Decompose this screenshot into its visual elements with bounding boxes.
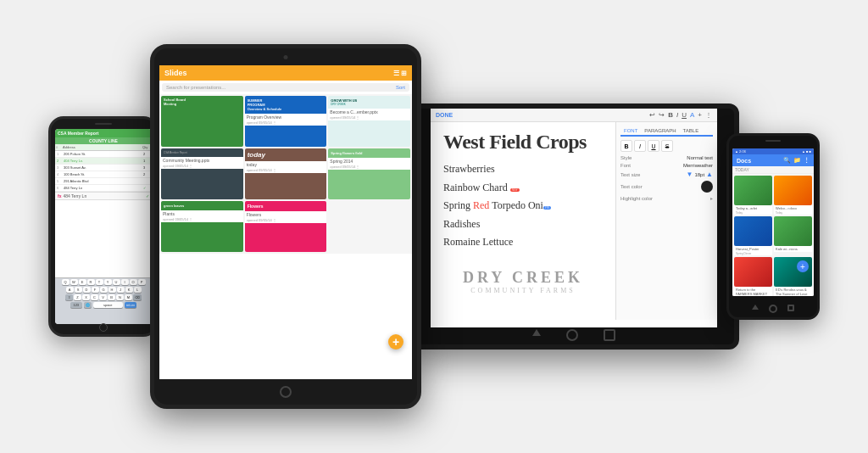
highlight-color-label: Highlight color bbox=[620, 196, 653, 201]
spreadsheet-row-1[interactable]: 1 206 Polson St. 2 bbox=[55, 151, 152, 158]
slide-thumb-1[interactable]: School BoardMeeting School Board Present… bbox=[161, 96, 243, 147]
iphone-speaker bbox=[95, 123, 112, 125]
font-value[interactable]: Merriweather bbox=[683, 163, 713, 168]
tablet-screen: Slides ☰ ⊞ Search for presentations... S… bbox=[159, 65, 412, 379]
large-tablet-screen: DONE ↩ ↪ B I U A + ⋮ West Field Crops bbox=[431, 109, 717, 327]
text-color-label: Text color bbox=[620, 184, 643, 189]
docs-item-4: Radishes bbox=[443, 215, 603, 234]
docs-done-button[interactable]: DONE bbox=[436, 112, 453, 118]
undo-icon[interactable]: ↩ bbox=[649, 111, 655, 119]
docs-branding: DRY CREEK COMMUNITY FARMS bbox=[443, 269, 603, 294]
redo-icon[interactable]: ↪ bbox=[659, 111, 665, 119]
slide-thumb-4[interactable]: CSA Member Report Community Meeting.pptx… bbox=[161, 148, 243, 199]
size-value: 18pt bbox=[694, 172, 704, 177]
docs-item-5: Romaine Lettuce bbox=[443, 233, 603, 252]
pin-badge: PIN bbox=[543, 206, 551, 210]
slide-thumb-3[interactable]: GROW WITH US DRY CREEK Become a C...embe… bbox=[328, 96, 410, 147]
docs-body: West Field Crops Strawberries Rainbow Ch… bbox=[431, 122, 717, 320]
slides-app-name: Slides bbox=[164, 69, 187, 77]
phone-right-screen: ▲ 2:06 ▲ ■ ■ Docs 🔍 📁 ⋮ TODAY Tod bbox=[732, 148, 814, 296]
spreadsheet-row-4[interactable]: 4 100 Beach St. 2 bbox=[55, 171, 152, 178]
scene: CSA Member Report COUNTY LINE # Address … bbox=[0, 0, 868, 453]
spreadsheet-row-6[interactable]: 6 484 Terry Ln ✓ bbox=[55, 185, 152, 192]
recents-nav-button[interactable] bbox=[604, 329, 615, 341]
docs-phone-header: Docs 🔍 📁 ⋮ bbox=[732, 154, 814, 166]
docs-phone-app-name: Docs bbox=[737, 158, 751, 164]
underline-icon[interactable]: U bbox=[682, 111, 687, 119]
text-color-row: Text color bbox=[620, 181, 713, 193]
underline-button[interactable]: U bbox=[648, 140, 659, 152]
docs-phone-search-icon[interactable]: 🔍 bbox=[783, 157, 791, 164]
iphone-app-title: CSA Member Report bbox=[58, 131, 98, 136]
status-bar-left: ▲ 2:06 bbox=[735, 149, 746, 154]
phone-right-nav bbox=[752, 305, 794, 313]
slide-thumb-empty bbox=[328, 201, 410, 252]
bold-button[interactable]: B bbox=[620, 140, 632, 152]
large-tablet-nav bbox=[532, 329, 615, 341]
panel-tabs: FONT PARAGRAPH TABLE bbox=[620, 126, 713, 137]
docs-phone-item-1[interactable]: Today a...arlet Today bbox=[734, 176, 772, 215]
phone-home-button[interactable] bbox=[769, 305, 777, 313]
spreadsheet-row-2[interactable]: 2 404 Terry Ln. 1 bbox=[55, 158, 152, 165]
phone-right-speaker bbox=[765, 140, 781, 142]
slides-grid: School BoardMeeting School Board Present… bbox=[159, 94, 412, 254]
slides-fab[interactable]: + bbox=[388, 334, 403, 350]
docs-item-1: Strawberries bbox=[443, 160, 603, 179]
iphone-screen: CSA Member Report COUNTY LINE # Address … bbox=[55, 129, 152, 324]
slide-thumb-8[interactable]: Flowers Flowers opened 09/05/14 ⋮ bbox=[245, 201, 327, 252]
add-icon[interactable]: + bbox=[698, 111, 702, 119]
docs-phone-fab[interactable]: + bbox=[797, 260, 809, 272]
strikethrough-button[interactable]: S bbox=[661, 140, 673, 152]
docs-phone-more-icon[interactable]: ⋮ bbox=[804, 157, 810, 164]
size-decrease-button[interactable]: ▼ bbox=[686, 171, 693, 178]
slides-header: Slides ☰ ⊞ bbox=[159, 65, 412, 81]
tab-font[interactable]: FONT bbox=[620, 126, 641, 137]
slide-thumb-6[interactable]: Spring flowers field Spring 2014 opened … bbox=[328, 148, 410, 199]
docs-list: Strawberries Rainbow Chard NEW Spring Re… bbox=[443, 160, 603, 252]
tablet-camera bbox=[284, 55, 288, 59]
docs-phone-item-5[interactable]: Return to the FARMERS MARKET bbox=[734, 257, 772, 296]
spreadsheet-row-3[interactable]: 3 303 Sunset Av. 3 bbox=[55, 165, 152, 171]
docs-phone-folder-icon[interactable]: 📁 bbox=[793, 157, 801, 164]
slide-thumb-7[interactable]: green leaves Plants opened 09/05/14 ⋮ bbox=[161, 201, 243, 252]
status-bar-right: ▲ ■ ■ bbox=[802, 149, 811, 154]
docs-toolbar: ↩ ↪ B I U A + ⋮ bbox=[649, 111, 712, 119]
font-label: Font bbox=[620, 163, 631, 168]
tab-table[interactable]: TABLE bbox=[680, 126, 703, 135]
tab-paragraph[interactable]: PARAGRAPH bbox=[641, 126, 679, 135]
size-increase-button[interactable]: ▲ bbox=[706, 171, 713, 178]
size-row: Text size ▼ 18pt ▲ bbox=[620, 171, 713, 178]
iphone-home-button[interactable] bbox=[99, 323, 108, 332]
spreadsheet-row-5[interactable]: 5 291 Atlantic Blvd bbox=[55, 178, 152, 185]
italic-button[interactable]: I bbox=[634, 140, 646, 152]
home-nav-button[interactable] bbox=[566, 329, 578, 341]
back-nav-button[interactable] bbox=[532, 329, 541, 336]
docs-document-title: West Field Crops bbox=[443, 131, 603, 154]
text-color-swatch[interactable] bbox=[701, 181, 713, 193]
docs-phone-item-4[interactable]: Kale wi...nions bbox=[774, 216, 812, 255]
more-icon[interactable]: ⋮ bbox=[705, 111, 712, 119]
brand-name: DRY CREEK bbox=[443, 269, 603, 287]
phone-back-button[interactable] bbox=[752, 305, 759, 310]
slide-thumb-5[interactable]: today today opened 09/05/14 ⋮ bbox=[245, 148, 327, 199]
slides-search-placeholder[interactable]: Search for presentations... bbox=[166, 85, 225, 90]
style-value[interactable]: Normal text bbox=[687, 155, 713, 160]
docs-header: DONE ↩ ↪ B I U A + ⋮ bbox=[431, 109, 717, 122]
large-tablet-device: DONE ↩ ↪ B I U A + ⋮ West Field Crops bbox=[409, 103, 739, 350]
font-color-icon[interactable]: A bbox=[690, 111, 694, 119]
docs-phone-item-3[interactable]: Harvest_Poster Spring Dinner bbox=[734, 216, 772, 255]
slide-thumb-2[interactable]: SUMMERPROGRAMOverview & Schedule Program… bbox=[245, 96, 327, 147]
format-buttons: B I U S bbox=[620, 140, 713, 152]
italic-icon[interactable]: I bbox=[676, 111, 678, 119]
font-row: Font Merriweather bbox=[620, 163, 713, 168]
phone-recents-button[interactable] bbox=[787, 305, 794, 311]
slides-sort-label[interactable]: Sort bbox=[396, 85, 405, 90]
tablet-home-button[interactable] bbox=[280, 386, 292, 398]
highlight-color-arrow[interactable]: ▸ bbox=[710, 195, 713, 201]
docs-editor[interactable]: West Field Crops Strawberries Rainbow Ch… bbox=[431, 122, 615, 320]
docs-today-label: TODAY bbox=[735, 167, 749, 172]
bold-icon[interactable]: B bbox=[668, 111, 673, 119]
docs-phone-item-2[interactable]: Welco...r.docx Today bbox=[774, 176, 812, 215]
phone-right-device: ▲ 2:06 ▲ ■ ■ Docs 🔍 📁 ⋮ TODAY Tod bbox=[726, 133, 820, 320]
brand-sub: COMMUNITY FARMS bbox=[443, 287, 603, 294]
